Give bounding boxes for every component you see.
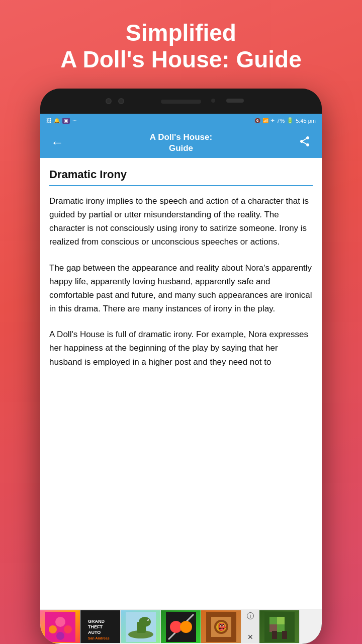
- phone-frame: 🖼 🔔 ▣ ··· 🔇 📶 ✈ 7% 🔋 5:45 pm ← A Doll's …: [40, 89, 322, 644]
- ad-bar[interactable]: GRAND THEFT AUTO San Andreas: [40, 609, 322, 644]
- section-title: Dramatic Irony: [49, 168, 313, 181]
- ad-close-button[interactable]: ✕: [247, 633, 253, 641]
- ad-gta[interactable]: GRAND THEFT AUTO San Andreas: [80, 610, 121, 643]
- phone-speaker: [161, 100, 201, 104]
- svg-rect-30: [272, 631, 277, 639]
- wifi-icon: 📶: [262, 118, 268, 123]
- app-bar-title-line1: A Doll's House:: [66, 132, 296, 143]
- svg-rect-31: [282, 631, 287, 639]
- ad-candy-crush[interactable]: [40, 610, 80, 643]
- app-title-line1: Simplified: [60, 20, 302, 46]
- ad-temple-run[interactable]: 👺: [201, 610, 241, 643]
- svg-rect-28: [269, 624, 277, 632]
- svg-rect-29: [277, 624, 285, 632]
- svg-text:👺: 👺: [218, 623, 227, 631]
- svg-point-1: [55, 617, 65, 627]
- section-divider: [49, 185, 313, 186]
- status-right-area: 🔇 📶 ✈ 7% 🔋 5:45 pm: [254, 117, 316, 124]
- battery-icon: 🔋: [287, 117, 294, 124]
- share-button[interactable]: [296, 135, 314, 150]
- share-icon: [299, 135, 311, 147]
- ad-info-icon[interactable]: i: [247, 612, 254, 619]
- svg-point-13: [139, 617, 151, 627]
- app-title-line2: A Doll's House: Guide: [60, 46, 302, 73]
- svg-text:AUTO: AUTO: [88, 630, 101, 635]
- app-bar-title: A Doll's House: Guide: [66, 132, 296, 154]
- ad-info-panel: i ✕: [241, 610, 259, 643]
- svg-point-2: [49, 625, 57, 633]
- phone-hardware-top: [40, 89, 322, 114]
- svg-point-15: [147, 619, 148, 620]
- status-bar: 🖼 🔔 ▣ ··· 🔇 📶 ✈ 7% 🔋 5:45 pm: [40, 114, 322, 128]
- svg-rect-26: [269, 617, 277, 624]
- paragraph-1: Dramatic irony implies to the speech and…: [49, 194, 313, 249]
- camera-dot-left2: [118, 98, 124, 104]
- ad-fruit-ninja[interactable]: [161, 610, 201, 643]
- phone-sensor: [211, 99, 215, 103]
- bluetooth-icon: ✈: [270, 118, 275, 123]
- battery-level: 7%: [277, 118, 285, 124]
- content-area: Dramatic Irony Dramatic irony implies to…: [40, 158, 322, 609]
- clock: 5:45 pm: [296, 118, 316, 124]
- more-status-icon: ···: [72, 118, 76, 123]
- svg-text:San Andreas: San Andreas: [88, 636, 110, 640]
- svg-rect-27: [277, 617, 285, 624]
- svg-point-4: [56, 632, 64, 640]
- back-button[interactable]: ←: [48, 135, 66, 150]
- mute-icon: 🔇: [254, 118, 260, 123]
- paragraph-3: A Doll's House is full of dramatic irony…: [49, 328, 313, 369]
- phone-cam-front: [226, 99, 244, 103]
- app-bar-title-line2: Guide: [66, 143, 296, 154]
- paragraph-2: The gap between the appearance and reali…: [49, 261, 313, 316]
- svg-text:GRAND: GRAND: [88, 619, 105, 624]
- ad-dino-game[interactable]: [121, 610, 161, 643]
- app-bar: ← A Doll's House: Guide: [40, 128, 322, 158]
- image-status-icon: 🖼: [46, 118, 51, 123]
- svg-point-19: [180, 621, 192, 633]
- camera-dot-left: [106, 98, 112, 104]
- ad-minecraft[interactable]: [259, 610, 300, 643]
- svg-point-3: [64, 625, 72, 633]
- app-status-icon: ▣: [62, 118, 70, 124]
- app-header: Simplified A Doll's House: Guide: [50, 0, 312, 89]
- bell-status-icon: 🔔: [54, 118, 60, 123]
- svg-text:THEFT: THEFT: [88, 624, 103, 629]
- status-left-icons: 🖼 🔔 ▣ ···: [46, 118, 76, 124]
